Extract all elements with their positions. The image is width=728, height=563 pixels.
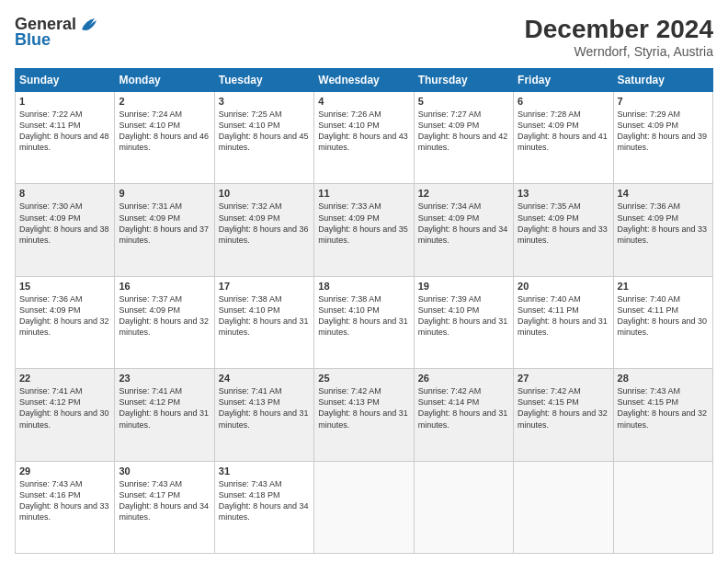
day-number: 26 (418, 373, 509, 384)
calendar-cell: 1 Sunrise: 7:22 AM Sunset: 4:11 PM Dayli… (16, 92, 115, 184)
cell-info: Sunrise: 7:41 AM Sunset: 4:13 PM Dayligh… (219, 385, 310, 431)
day-number: 16 (119, 281, 210, 292)
calendar-cell: 25 Sunrise: 7:42 AM Sunset: 4:13 PM Dayl… (314, 369, 414, 461)
day-number: 25 (318, 373, 409, 384)
calendar-week-row: 22 Sunrise: 7:41 AM Sunset: 4:12 PM Dayl… (16, 369, 713, 461)
day-number: 13 (518, 188, 609, 199)
cell-info: Sunrise: 7:26 AM Sunset: 4:10 PM Dayligh… (318, 109, 409, 154)
day-number: 20 (518, 281, 609, 292)
cell-info: Sunrise: 7:27 AM Sunset: 4:09 PM Dayligh… (418, 109, 509, 154)
cell-info: Sunrise: 7:25 AM Sunset: 4:10 PM Dayligh… (219, 109, 310, 154)
day-number: 10 (219, 188, 310, 199)
cell-info: Sunrise: 7:38 AM Sunset: 4:10 PM Dayligh… (318, 293, 409, 339)
calendar-cell (414, 461, 513, 553)
calendar-cell: 3 Sunrise: 7:25 AM Sunset: 4:10 PM Dayli… (214, 92, 313, 184)
day-number: 17 (219, 281, 310, 292)
day-number: 27 (518, 373, 609, 384)
day-number: 14 (618, 188, 709, 199)
calendar-cell: 2 Sunrise: 7:24 AM Sunset: 4:10 PM Dayli… (115, 92, 214, 184)
day-number: 24 (219, 373, 310, 384)
day-number: 8 (19, 188, 110, 199)
cell-info: Sunrise: 7:22 AM Sunset: 4:11 PM Dayligh… (19, 109, 110, 154)
day-number: 3 (219, 96, 310, 107)
calendar-cell: 23 Sunrise: 7:41 AM Sunset: 4:12 PM Dayl… (115, 369, 214, 461)
calendar-week-row: 15 Sunrise: 7:36 AM Sunset: 4:09 PM Dayl… (16, 276, 713, 368)
cell-info: Sunrise: 7:36 AM Sunset: 4:09 PM Dayligh… (19, 293, 110, 339)
day-number: 29 (19, 465, 110, 477)
col-wednesday: Wednesday (314, 69, 414, 92)
cell-info: Sunrise: 7:34 AM Sunset: 4:09 PM Dayligh… (418, 201, 509, 246)
logo-bird-icon (78, 17, 98, 33)
cell-info: Sunrise: 7:36 AM Sunset: 4:09 PM Dayligh… (618, 201, 709, 246)
title-block: December 2024 Werndorf, Styria, Austria (525, 15, 713, 59)
cell-info: Sunrise: 7:24 AM Sunset: 4:10 PM Dayligh… (119, 109, 210, 154)
day-number: 9 (119, 188, 210, 199)
cell-info: Sunrise: 7:33 AM Sunset: 4:09 PM Dayligh… (318, 201, 409, 246)
calendar-cell: 17 Sunrise: 7:38 AM Sunset: 4:10 PM Dayl… (214, 276, 313, 368)
calendar-cell: 11 Sunrise: 7:33 AM Sunset: 4:09 PM Dayl… (314, 184, 414, 276)
day-number: 18 (318, 281, 409, 292)
page: General Blue December 2024 Werndorf, Sty… (0, 0, 728, 563)
calendar-cell: 8 Sunrise: 7:30 AM Sunset: 4:09 PM Dayli… (16, 184, 115, 276)
cell-info: Sunrise: 7:41 AM Sunset: 4:12 PM Dayligh… (19, 385, 110, 431)
day-number: 4 (318, 96, 409, 107)
calendar-cell: 20 Sunrise: 7:40 AM Sunset: 4:11 PM Dayl… (514, 276, 613, 368)
calendar-cell: 14 Sunrise: 7:36 AM Sunset: 4:09 PM Dayl… (613, 184, 712, 276)
col-sunday: Sunday (16, 69, 115, 92)
calendar-cell: 22 Sunrise: 7:41 AM Sunset: 4:12 PM Dayl… (16, 369, 115, 461)
calendar-cell: 9 Sunrise: 7:31 AM Sunset: 4:09 PM Dayli… (115, 184, 214, 276)
cell-info: Sunrise: 7:42 AM Sunset: 4:13 PM Dayligh… (318, 385, 409, 431)
cell-info: Sunrise: 7:42 AM Sunset: 4:15 PM Dayligh… (518, 385, 609, 431)
logo-blue-text: Blue (15, 30, 51, 50)
cell-info: Sunrise: 7:43 AM Sunset: 4:18 PM Dayligh… (219, 478, 310, 523)
col-monday: Monday (115, 69, 214, 92)
calendar-cell: 5 Sunrise: 7:27 AM Sunset: 4:09 PM Dayli… (414, 92, 513, 184)
day-number: 11 (318, 188, 409, 199)
day-number: 5 (418, 96, 509, 107)
calendar-cell: 28 Sunrise: 7:43 AM Sunset: 4:15 PM Dayl… (613, 369, 712, 461)
cell-info: Sunrise: 7:37 AM Sunset: 4:09 PM Dayligh… (119, 293, 210, 339)
day-number: 28 (618, 373, 709, 384)
calendar-cell: 15 Sunrise: 7:36 AM Sunset: 4:09 PM Dayl… (16, 276, 115, 368)
day-number: 31 (219, 465, 310, 477)
cell-info: Sunrise: 7:39 AM Sunset: 4:10 PM Dayligh… (418, 293, 509, 339)
calendar-cell: 24 Sunrise: 7:41 AM Sunset: 4:13 PM Dayl… (214, 369, 313, 461)
calendar-cell: 19 Sunrise: 7:39 AM Sunset: 4:10 PM Dayl… (414, 276, 513, 368)
cell-info: Sunrise: 7:31 AM Sunset: 4:09 PM Dayligh… (119, 201, 210, 246)
calendar-cell: 27 Sunrise: 7:42 AM Sunset: 4:15 PM Dayl… (514, 369, 613, 461)
day-number: 30 (119, 465, 210, 477)
cell-info: Sunrise: 7:30 AM Sunset: 4:09 PM Dayligh… (19, 201, 110, 246)
cell-info: Sunrise: 7:41 AM Sunset: 4:12 PM Dayligh… (119, 385, 210, 431)
calendar-cell: 13 Sunrise: 7:35 AM Sunset: 4:09 PM Dayl… (514, 184, 613, 276)
day-number: 15 (19, 281, 110, 292)
cell-info: Sunrise: 7:38 AM Sunset: 4:10 PM Dayligh… (219, 293, 310, 339)
calendar-week-row: 1 Sunrise: 7:22 AM Sunset: 4:11 PM Dayli… (16, 92, 713, 184)
col-thursday: Thursday (414, 69, 513, 92)
col-saturday: Saturday (613, 69, 712, 92)
calendar-cell: 29 Sunrise: 7:43 AM Sunset: 4:16 PM Dayl… (16, 461, 115, 553)
calendar-cell: 4 Sunrise: 7:26 AM Sunset: 4:10 PM Dayli… (314, 92, 414, 184)
calendar-cell: 18 Sunrise: 7:38 AM Sunset: 4:10 PM Dayl… (314, 276, 414, 368)
location: Werndorf, Styria, Austria (525, 44, 713, 59)
calendar-header-row: Sunday Monday Tuesday Wednesday Thursday… (16, 69, 713, 92)
cell-info: Sunrise: 7:40 AM Sunset: 4:11 PM Dayligh… (518, 293, 609, 339)
calendar-week-row: 29 Sunrise: 7:43 AM Sunset: 4:16 PM Dayl… (16, 461, 713, 553)
calendar-week-row: 8 Sunrise: 7:30 AM Sunset: 4:09 PM Dayli… (16, 184, 713, 276)
day-number: 12 (418, 188, 509, 199)
calendar-cell: 7 Sunrise: 7:29 AM Sunset: 4:09 PM Dayli… (613, 92, 712, 184)
day-number: 7 (618, 96, 709, 107)
col-tuesday: Tuesday (214, 69, 313, 92)
day-number: 6 (518, 96, 609, 107)
calendar-cell: 21 Sunrise: 7:40 AM Sunset: 4:11 PM Dayl… (613, 276, 712, 368)
header: General Blue December 2024 Werndorf, Sty… (15, 15, 713, 59)
calendar-cell: 26 Sunrise: 7:42 AM Sunset: 4:14 PM Dayl… (414, 369, 513, 461)
day-number: 22 (19, 373, 110, 384)
calendar-cell: 6 Sunrise: 7:28 AM Sunset: 4:09 PM Dayli… (514, 92, 613, 184)
cell-info: Sunrise: 7:35 AM Sunset: 4:09 PM Dayligh… (518, 201, 609, 246)
logo: General Blue (15, 15, 98, 50)
calendar-cell (314, 461, 414, 553)
cell-info: Sunrise: 7:28 AM Sunset: 4:09 PM Dayligh… (518, 109, 609, 154)
day-number: 23 (119, 373, 210, 384)
col-friday: Friday (514, 69, 613, 92)
calendar-cell: 31 Sunrise: 7:43 AM Sunset: 4:18 PM Dayl… (214, 461, 313, 553)
